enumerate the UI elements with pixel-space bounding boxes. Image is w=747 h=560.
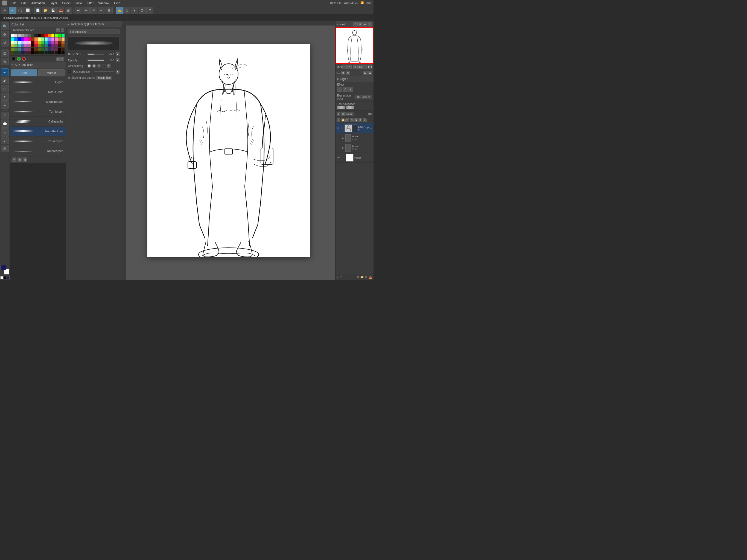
menu-edit[interactable]: Edit xyxy=(19,1,29,5)
color-swatch[interactable] xyxy=(45,51,48,54)
aa-dot-2[interactable] xyxy=(93,64,96,68)
color-swatch[interactable] xyxy=(18,41,21,44)
nav-btn-4[interactable]: ⊢ xyxy=(368,22,372,27)
color-swatch[interactable] xyxy=(41,51,44,54)
aa-dot-3[interactable] xyxy=(97,64,101,68)
nav-slider-2[interactable] xyxy=(346,106,354,109)
color-swatch[interactable] xyxy=(51,48,54,51)
color-swatch[interactable] xyxy=(58,51,61,54)
layer-duplicate[interactable]: ⊞ xyxy=(350,119,354,122)
color-swatch[interactable] xyxy=(55,34,58,37)
toolbar-pen[interactable]: ✍ xyxy=(115,7,123,14)
color-swatch[interactable] xyxy=(28,51,31,54)
color-swatch[interactable] xyxy=(51,51,54,54)
color-swatch[interactable] xyxy=(38,44,41,47)
color-swatch[interactable] xyxy=(55,48,58,51)
toolbar-fill[interactable]: ⬧ xyxy=(131,7,138,14)
color-swatch[interactable] xyxy=(61,41,65,44)
color-swatch[interactable] xyxy=(55,37,58,41)
tool-fill[interactable]: ⬧ xyxy=(1,101,9,109)
color-swatch[interactable] xyxy=(28,37,31,41)
brush-delete[interactable]: 🗑 xyxy=(23,157,27,162)
color-swatch[interactable] xyxy=(58,34,61,37)
brush-item-mapping-pen[interactable]: Mapping pen xyxy=(10,97,66,107)
toolbar-transform[interactable]: ⊞ xyxy=(106,7,113,14)
nav-rotate-cw[interactable]: ▶⏸ xyxy=(368,65,372,69)
color-swatch[interactable] xyxy=(41,44,44,47)
color-swatch[interactable] xyxy=(24,44,27,47)
color-swatch[interactable] xyxy=(48,48,51,51)
status-icon-4[interactable]: 📂 xyxy=(360,276,364,279)
color-swatch[interactable] xyxy=(55,44,58,47)
color-swatch[interactable] xyxy=(14,37,17,41)
menu-animation[interactable]: Animation xyxy=(29,1,47,5)
toolbar-export[interactable]: 📤 xyxy=(57,7,64,14)
color-swatch[interactable] xyxy=(45,44,48,47)
nav-actual-btn[interactable]: 1:1 xyxy=(358,65,363,69)
opacity-up[interactable]: ▲ xyxy=(115,58,120,62)
layer-mask[interactable]: ◪ xyxy=(354,119,358,122)
color-swatch[interactable] xyxy=(51,34,54,37)
color-swatch[interactable] xyxy=(34,34,37,37)
color-swatch[interactable] xyxy=(11,51,14,54)
green-indicator[interactable] xyxy=(17,57,21,61)
color-swatch[interactable] xyxy=(58,37,61,41)
toolbar-redo[interactable]: ↪ xyxy=(83,7,90,14)
color-swatch[interactable] xyxy=(14,51,17,54)
toolbar-btn-1[interactable]: ≡ xyxy=(1,7,8,14)
post-correction-checkbox[interactable]: ✓ xyxy=(68,70,71,73)
tool-frame[interactable]: ⊞ xyxy=(1,145,9,152)
toolbar-save[interactable]: 💾 xyxy=(50,7,57,14)
brush-size-slider[interactable] xyxy=(87,54,104,55)
effect-circle[interactable]: ○ xyxy=(337,87,342,92)
color-swatch-dark[interactable] xyxy=(7,276,9,279)
color-swatch-white[interactable] xyxy=(0,276,3,279)
nav-fit-btn[interactable]: ⊞ xyxy=(353,65,358,69)
brush-item-tapered-pen[interactable]: Tapered pen xyxy=(10,146,66,156)
color-swatch[interactable] xyxy=(21,44,24,47)
nav-btn-2[interactable]: ⊞ xyxy=(358,22,363,27)
color-swatch[interactable] xyxy=(61,37,65,41)
color-swatch[interactable] xyxy=(21,34,24,37)
color-swatch[interactable] xyxy=(18,44,21,47)
color-swatch[interactable] xyxy=(14,41,17,44)
menu-layer[interactable]: Layer xyxy=(48,1,60,5)
color-swatch[interactable] xyxy=(58,41,61,44)
color-swatch[interactable] xyxy=(41,48,44,51)
color-swatch[interactable] xyxy=(11,37,14,41)
brush-item-g-pen[interactable]: G-pen xyxy=(10,77,66,87)
menu-window[interactable]: Window xyxy=(96,1,111,5)
toolbar-rotate[interactable]: ✳ xyxy=(90,7,97,14)
tool-text[interactable]: T xyxy=(1,112,9,120)
toolbar-undo[interactable]: ↩ xyxy=(75,7,82,14)
brush-size-up[interactable]: ▲ xyxy=(115,52,120,56)
toolbar-btn-2[interactable]: ✏ xyxy=(9,7,16,14)
color-swatch[interactable] xyxy=(41,34,44,37)
color-menu[interactable]: ≡ xyxy=(60,57,64,61)
blend-mode-select[interactable]: Norm xyxy=(345,112,354,116)
brush-copy[interactable]: ⊞ xyxy=(18,157,22,162)
layer-eye-paper[interactable]: 👁 xyxy=(337,156,340,160)
pen-tab[interactable]: Pen xyxy=(11,69,37,76)
post-correction-slider[interactable] xyxy=(94,71,114,72)
color-set-options[interactable]: ▼ xyxy=(56,28,60,32)
foreground-color[interactable] xyxy=(1,265,6,270)
angle-cw[interactable]: ↻ xyxy=(346,71,350,75)
color-swatch[interactable] xyxy=(51,44,54,47)
brush-item-real-g-pen[interactable]: Real G-pen xyxy=(10,87,66,97)
color-swatch-black[interactable] xyxy=(4,276,6,279)
zoom-out-btn[interactable]: - xyxy=(342,65,347,69)
color-swatch[interactable] xyxy=(14,34,17,37)
tool-lasso[interactable]: ⊚ xyxy=(1,58,9,65)
color-swatch[interactable] xyxy=(51,37,54,41)
tool-ruler[interactable]: / xyxy=(1,136,9,144)
color-swatch[interactable] xyxy=(38,41,41,44)
color-swatch[interactable] xyxy=(31,51,34,54)
red-indicator[interactable] xyxy=(22,57,26,61)
nav-btn-3[interactable]: ↤ xyxy=(363,22,367,27)
layer-ctrl-2[interactable]: ◉ xyxy=(341,112,345,116)
menu-filter[interactable]: Filter xyxy=(84,1,96,5)
color-swatch[interactable] xyxy=(31,44,34,47)
layer-settings[interactable]: ≡ xyxy=(363,119,367,122)
color-swatch[interactable] xyxy=(61,48,65,51)
